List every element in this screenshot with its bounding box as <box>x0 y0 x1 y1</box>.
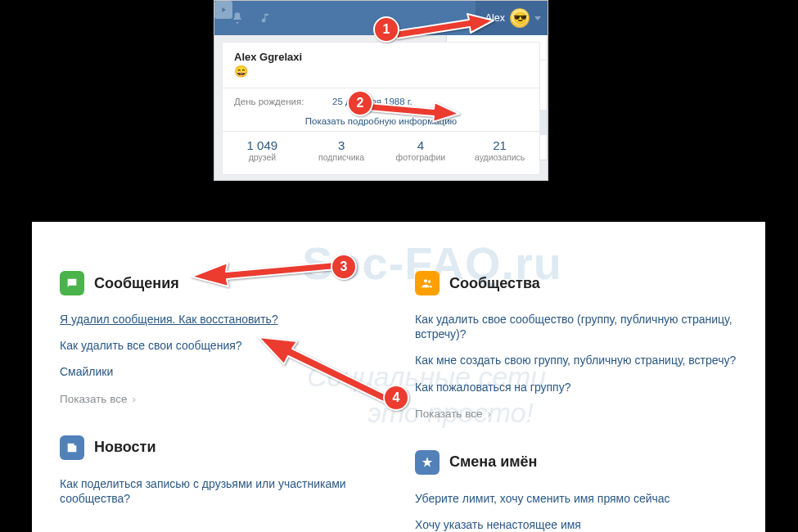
svg-point-0 <box>424 279 427 282</box>
help-messages-title: Сообщения <box>94 275 179 292</box>
header-user-name: Alex <box>485 12 505 24</box>
help-link[interactable]: Я удалил сообщения. Как восстановить? <box>60 312 382 327</box>
help-link[interactable]: Как мне создать свою группу, публичную с… <box>415 353 737 367</box>
stat-audio[interactable]: 21аудиозапись <box>460 132 539 169</box>
annotation-badge-4: 4 <box>383 385 409 411</box>
chevron-down-icon <box>534 16 541 20</box>
help-link[interactable]: Как удалить свое сообщество (группу, пуб… <box>415 312 737 341</box>
show-all-link[interactable]: Показать все› <box>415 408 491 420</box>
help-link[interactable]: Как пожаловаться на группу? <box>415 380 737 394</box>
news-icon <box>60 435 84 460</box>
help-communities-section: Сообщества Как удалить свое сообщество (… <box>415 271 737 532</box>
help-communities-title: Сообщества <box>449 275 540 292</box>
help-link[interactable]: Смайлики <box>60 364 382 379</box>
help-link[interactable]: Как поделиться записью с друзьями или уч… <box>60 476 382 506</box>
profile-card: Alex Ggrelaxi 😄 День рождения: 25 декабр… <box>222 42 540 175</box>
help-messages-section: Сообщения Я удалил сообщения. Как восста… <box>60 271 382 532</box>
chevron-right-icon: › <box>132 393 136 405</box>
music-note-icon[interactable] <box>257 1 275 35</box>
group-icon <box>415 271 440 295</box>
annotation-badge-1: 1 <box>373 16 399 43</box>
profile-birthday-row: День рождения: 25 декабря 1988 г. <box>223 92 539 111</box>
stat-subscribers[interactable]: 3подписчика <box>302 132 381 169</box>
help-link[interactable]: Как удалить все свои сообщения? <box>60 338 382 353</box>
expand-info-link[interactable]: Показать подробную информацию <box>223 111 539 131</box>
help-center-screenshot: Soc-FAQ.ru Социальные сети это просто! С… <box>32 222 765 532</box>
show-all-link[interactable]: Показать все› <box>60 393 136 405</box>
help-namechange-title: Смена имён <box>449 453 537 471</box>
annotation-badge-2: 2 <box>347 90 373 116</box>
profile-status-emoji: 😄 <box>223 65 539 84</box>
avatar: 😎 <box>510 8 530 28</box>
help-link[interactable]: Уберите лимит, хочу сменить имя прямо се… <box>415 491 737 506</box>
star-icon <box>415 450 440 475</box>
annotation-badge-3: 3 <box>331 254 357 280</box>
bell-icon[interactable] <box>228 1 247 35</box>
help-news-title: Новости <box>94 439 156 456</box>
profile-stats: 1 049друзей 3подписчика 4фотографии 21ау… <box>223 131 539 169</box>
stat-friends[interactable]: 1 049друзей <box>223 132 302 169</box>
user-menu-toggle[interactable]: Alex 😎 <box>476 1 548 35</box>
message-icon <box>60 271 84 295</box>
stat-photos[interactable]: 4фотографии <box>381 132 461 169</box>
chevron-right-icon: › <box>487 408 491 420</box>
help-link[interactable]: Хочу указать ненастоящее имя <box>415 517 737 532</box>
svg-point-1 <box>428 280 431 282</box>
profile-name: Alex Ggrelaxi <box>223 43 539 65</box>
birthday-label: День рождения: <box>234 97 332 106</box>
